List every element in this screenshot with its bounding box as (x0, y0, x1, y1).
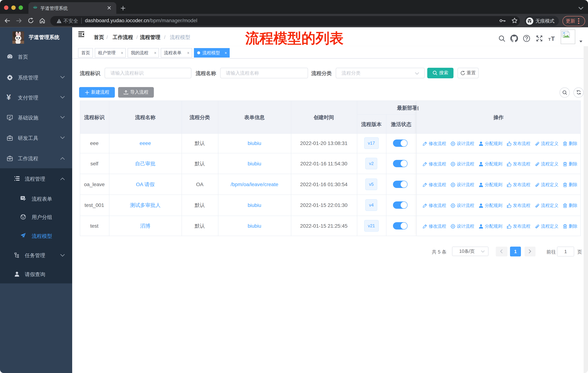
svg-text:T: T (551, 36, 555, 41)
svg-text:T: T (548, 37, 551, 41)
